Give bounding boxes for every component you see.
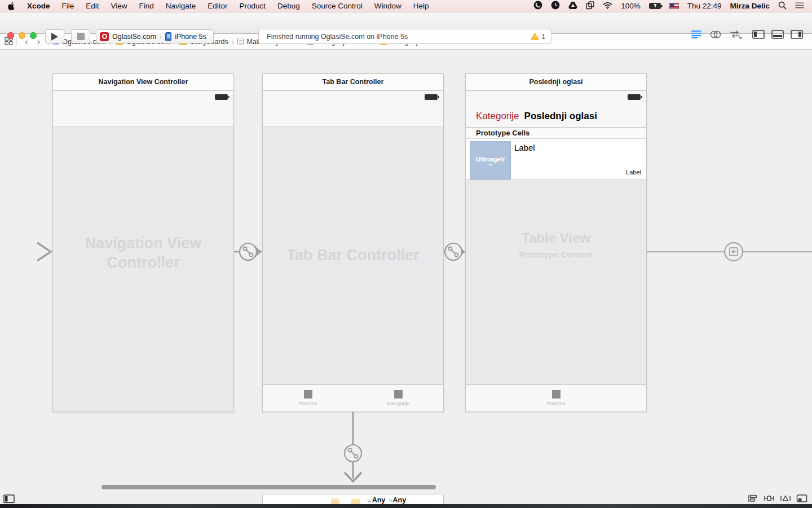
resizing-behavior-button[interactable] <box>796 494 807 504</box>
input-language-flag-icon[interactable] <box>669 3 679 9</box>
menu-item-view[interactable]: View <box>111 2 127 10</box>
scene-header[interactable]: Tab Bar Controller <box>263 74 443 91</box>
scene-tab-bar-controller[interactable]: Tab Bar Controller Tab Bar Controller Po… <box>262 73 444 412</box>
navigation-bar-title[interactable]: Poslednji oglasi <box>524 111 597 122</box>
version-editor-button[interactable] <box>730 30 742 39</box>
warning-badge[interactable]: 1 <box>531 33 545 41</box>
desktop-wallpaper <box>0 504 812 508</box>
table-view-ghost-subtitle: Prototype Content <box>466 249 646 260</box>
menu-item-navigate[interactable]: Navigate <box>166 2 196 10</box>
menu-item-find[interactable]: Find <box>139 2 154 10</box>
spotlight-search-icon[interactable] <box>778 1 787 11</box>
tab-item-icon <box>304 390 312 398</box>
cell-detail-label[interactable]: Label <box>626 169 641 176</box>
utilities-panel-toggle[interactable] <box>791 30 803 39</box>
scheme-separator: › <box>160 32 162 41</box>
menu-item-window[interactable]: Window <box>374 2 401 10</box>
scene-poslednji-oglasi[interactable]: Poslednji oglasi Kategorije Poslednji og… <box>465 73 647 412</box>
simulated-navigation-bar[interactable]: Kategorije Poslednji oglasi <box>466 91 646 128</box>
cell-image-view[interactable]: UIImageV <box>470 141 511 179</box>
menu-item-edit[interactable]: Edit <box>86 2 99 10</box>
cell-title-label[interactable]: Label <box>514 143 535 152</box>
apple-menu-icon[interactable] <box>8 2 15 10</box>
wifi-icon[interactable] <box>603 2 612 11</box>
resolve-auto-layout-button[interactable] <box>780 494 791 504</box>
scene-header[interactable]: Navigation View Controller <box>53 74 233 91</box>
navigator-panel-toggle[interactable] <box>752 30 765 39</box>
activity-status-field: Finished running OglasiSe.com on iPhone … <box>258 29 551 44</box>
menu-item-source-control[interactable]: Source Control <box>312 2 363 10</box>
pin-button[interactable] <box>764 494 775 504</box>
segue-nav-to-tabbar[interactable] <box>234 243 261 260</box>
segue-tabbar-to-table[interactable] <box>444 243 464 260</box>
window-minimize-button[interactable] <box>19 32 25 39</box>
table-view[interactable]: Table View Prototype Content <box>466 180 646 384</box>
tab-bar-controller-view[interactable]: Tab Bar Controller <box>263 127 443 384</box>
scheme-selector[interactable]: OglasiSe.com › iPhone 5s <box>96 29 214 43</box>
standard-editor-button[interactable] <box>691 30 701 38</box>
battery-icon <box>649 3 661 9</box>
window-zoom-button[interactable] <box>30 32 37 39</box>
segue-tabbar-down[interactable] <box>345 412 361 481</box>
ghost-label: Navigation View Controller <box>53 234 233 273</box>
prototype-cells-header: Prototype Cells <box>466 128 646 139</box>
warning-count: 1 <box>541 33 545 41</box>
menu-item-file[interactable]: File <box>62 2 74 10</box>
horizontal-scrollbar[interactable] <box>102 485 436 489</box>
menu-item-help[interactable]: Help <box>413 2 429 10</box>
menu-item-product[interactable]: Product <box>239 2 266 10</box>
menu-item-editor[interactable]: Editor <box>208 2 227 10</box>
simulated-status-bar <box>53 91 233 127</box>
tab-item-icon <box>394 390 403 398</box>
assistant-editor-button[interactable] <box>710 30 721 38</box>
google-drive-icon[interactable] <box>568 1 577 11</box>
scene-partial-bottom[interactable] <box>262 494 444 504</box>
debug-area-toggle[interactable] <box>771 30 784 39</box>
scene-header[interactable]: Poslednji oglasi <box>466 74 646 91</box>
iphone-device-icon <box>165 32 171 41</box>
back-bar-button[interactable]: Kategorije <box>476 111 519 122</box>
menu-item-debug[interactable]: Debug <box>277 2 300 10</box>
scheme-device-name[interactable]: iPhone 5s <box>175 33 206 41</box>
height-prefix: h <box>389 497 392 503</box>
status-message: Finished running OglasiSe.com on iPhone … <box>267 33 531 41</box>
height-value: Any <box>393 496 407 504</box>
viber-icon[interactable] <box>533 1 542 11</box>
tab-bar-item-kategorije[interactable]: Kategorije <box>353 385 443 411</box>
interface-builder-buttons <box>747 494 807 504</box>
notification-center-icon[interactable] <box>795 2 804 11</box>
image-view-placeholder-dash <box>489 164 492 165</box>
menu-item-xcode[interactable]: Xcode <box>27 2 50 10</box>
stop-button[interactable] <box>71 29 90 43</box>
user-menu[interactable]: Mirza Delic <box>730 2 770 10</box>
warning-icon <box>531 33 539 40</box>
window-close-button[interactable] <box>7 32 14 39</box>
sync-app-icon[interactable] <box>586 1 594 11</box>
align-button[interactable] <box>747 494 758 504</box>
run-button[interactable] <box>45 29 64 43</box>
scene-navigation-view-controller[interactable]: Navigation View Controller Navigation Vi… <box>52 73 234 412</box>
segue-table-to-offscreen[interactable] <box>647 243 812 261</box>
stop-icon <box>77 33 85 40</box>
size-class-control[interactable]: wAny hAny <box>368 494 406 504</box>
scheme-app-name[interactable]: OglasiSe.com <box>112 33 156 41</box>
macos-menu-bar: Xcode File Edit View Find Navigate Edito… <box>0 0 812 12</box>
tab-bar-item-pocetna[interactable]: Pocetna <box>263 385 353 411</box>
clock-app-icon[interactable] <box>551 1 560 11</box>
simulated-tab-bar: Pocetna Kategorije <box>263 384 443 411</box>
width-prefix: w <box>368 497 372 503</box>
document-outline-toggle[interactable] <box>3 494 15 504</box>
storyboard-canvas[interactable]: Navigation View Controller Navigation Vi… <box>0 50 812 504</box>
initial-view-controller-arrow[interactable] <box>0 243 51 261</box>
tab-bar-item-pocetna[interactable]: Pocetna <box>466 385 646 411</box>
table-view-ghost-title: Table View <box>466 230 646 247</box>
battery-indicator-icon <box>215 94 228 100</box>
tab-item-label: Pocetna <box>546 401 565 406</box>
menu-clock[interactable]: Thu 22:49 <box>687 2 722 10</box>
navigation-controller-view[interactable]: Navigation View Controller <box>53 127 233 411</box>
tab-item-icon <box>552 390 561 398</box>
prototype-table-cell[interactable]: UIImageV Label Label <box>466 139 646 180</box>
battery-percent: 100% <box>621 2 641 10</box>
width-value: Any <box>372 496 386 504</box>
breadcrumb-separator: › <box>230 37 237 46</box>
